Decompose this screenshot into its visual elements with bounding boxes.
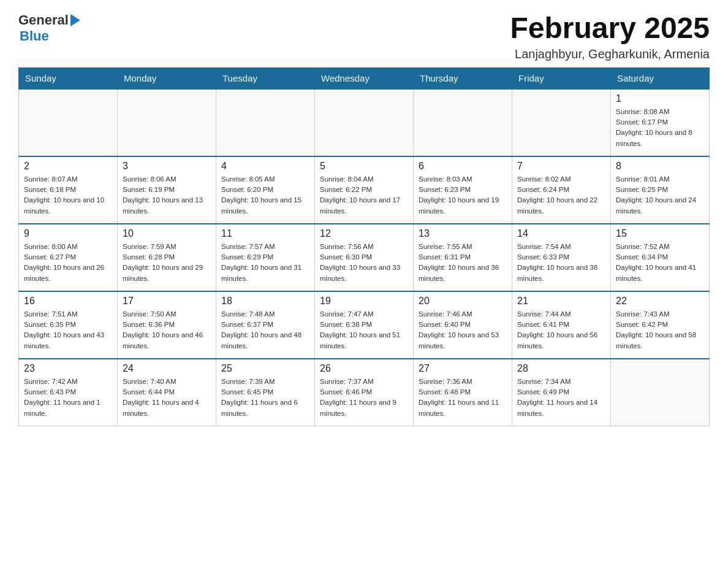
calendar-cell: 27Sunrise: 7:36 AM Sunset: 6:48 PM Dayli… xyxy=(414,359,512,426)
day-number: 8 xyxy=(616,161,704,172)
day-info: Sunrise: 7:46 AM Sunset: 6:40 PM Dayligh… xyxy=(419,309,507,351)
calendar-cell: 11Sunrise: 7:57 AM Sunset: 6:29 PM Dayli… xyxy=(216,224,315,291)
day-info: Sunrise: 7:39 AM Sunset: 6:45 PM Dayligh… xyxy=(221,377,309,419)
calendar-cell: 16Sunrise: 7:51 AM Sunset: 6:35 PM Dayli… xyxy=(19,291,118,359)
calendar-cell: 6Sunrise: 8:03 AM Sunset: 6:23 PM Daylig… xyxy=(414,156,512,224)
day-number: 18 xyxy=(221,296,309,307)
day-info: Sunrise: 7:36 AM Sunset: 6:48 PM Dayligh… xyxy=(419,377,507,419)
calendar-cell: 2Sunrise: 8:07 AM Sunset: 6:18 PM Daylig… xyxy=(19,156,118,224)
calendar-cell: 17Sunrise: 7:50 AM Sunset: 6:36 PM Dayli… xyxy=(118,291,216,359)
day-number: 27 xyxy=(419,363,507,374)
day-info: Sunrise: 8:06 AM Sunset: 6:19 PM Dayligh… xyxy=(123,174,211,216)
day-info: Sunrise: 8:04 AM Sunset: 6:22 PM Dayligh… xyxy=(320,174,408,216)
weekday-header-tuesday: Tuesday xyxy=(216,67,315,89)
calendar-cell: 24Sunrise: 7:40 AM Sunset: 6:44 PM Dayli… xyxy=(118,359,216,426)
day-number: 2 xyxy=(24,161,112,172)
day-number: 14 xyxy=(517,228,605,239)
day-number: 6 xyxy=(419,161,507,172)
day-number: 21 xyxy=(517,296,605,307)
day-info: Sunrise: 7:43 AM Sunset: 6:42 PM Dayligh… xyxy=(616,309,704,351)
calendar-cell: 28Sunrise: 7:34 AM Sunset: 6:49 PM Dayli… xyxy=(512,359,611,426)
calendar-cell: 8Sunrise: 8:01 AM Sunset: 6:25 PM Daylig… xyxy=(611,156,710,224)
week-row-3: 9Sunrise: 8:00 AM Sunset: 6:27 PM Daylig… xyxy=(19,224,710,291)
calendar-cell: 14Sunrise: 7:54 AM Sunset: 6:33 PM Dayli… xyxy=(512,224,611,291)
day-number: 25 xyxy=(221,363,309,374)
calendar-cell: 23Sunrise: 7:42 AM Sunset: 6:43 PM Dayli… xyxy=(19,359,118,426)
day-info: Sunrise: 8:05 AM Sunset: 6:20 PM Dayligh… xyxy=(221,174,309,216)
title-block: February 2025 Lanjaghbyur, Gegharkunik, … xyxy=(510,12,710,61)
calendar-cell: 12Sunrise: 7:56 AM Sunset: 6:30 PM Dayli… xyxy=(315,224,414,291)
calendar-cell: 22Sunrise: 7:43 AM Sunset: 6:42 PM Dayli… xyxy=(611,291,710,359)
weekday-header-row: SundayMondayTuesdayWednesdayThursdayFrid… xyxy=(19,67,710,89)
logo-blue-text: Blue xyxy=(20,28,80,44)
calendar-cell: 15Sunrise: 7:52 AM Sunset: 6:34 PM Dayli… xyxy=(611,224,710,291)
calendar-cell: 25Sunrise: 7:39 AM Sunset: 6:45 PM Dayli… xyxy=(216,359,315,426)
calendar-cell: 26Sunrise: 7:37 AM Sunset: 6:46 PM Dayli… xyxy=(315,359,414,426)
day-info: Sunrise: 7:59 AM Sunset: 6:28 PM Dayligh… xyxy=(123,242,211,284)
week-row-5: 23Sunrise: 7:42 AM Sunset: 6:43 PM Dayli… xyxy=(19,359,710,426)
calendar-cell: 10Sunrise: 7:59 AM Sunset: 6:28 PM Dayli… xyxy=(118,224,216,291)
day-number: 13 xyxy=(419,228,507,239)
calendar-cell xyxy=(611,359,710,426)
calendar-cell: 21Sunrise: 7:44 AM Sunset: 6:41 PM Dayli… xyxy=(512,291,611,359)
day-info: Sunrise: 8:01 AM Sunset: 6:25 PM Dayligh… xyxy=(616,174,704,216)
logo-general-text: General xyxy=(18,12,69,28)
day-number: 12 xyxy=(320,228,408,239)
calendar-cell: 1Sunrise: 8:08 AM Sunset: 6:17 PM Daylig… xyxy=(611,89,710,156)
week-row-4: 16Sunrise: 7:51 AM Sunset: 6:35 PM Dayli… xyxy=(19,291,710,359)
calendar-cell xyxy=(512,89,611,156)
day-number: 1 xyxy=(616,93,704,104)
day-info: Sunrise: 7:47 AM Sunset: 6:38 PM Dayligh… xyxy=(320,309,408,351)
day-info: Sunrise: 8:00 AM Sunset: 6:27 PM Dayligh… xyxy=(24,242,112,284)
page-header: General Blue February 2025 Lanjaghbyur, … xyxy=(18,12,710,61)
day-number: 11 xyxy=(221,228,309,239)
calendar-cell: 7Sunrise: 8:02 AM Sunset: 6:24 PM Daylig… xyxy=(512,156,611,224)
calendar-table: SundayMondayTuesdayWednesdayThursdayFrid… xyxy=(18,67,710,427)
weekday-header-saturday: Saturday xyxy=(611,67,710,89)
day-info: Sunrise: 7:34 AM Sunset: 6:49 PM Dayligh… xyxy=(517,377,605,419)
day-info: Sunrise: 7:55 AM Sunset: 6:31 PM Dayligh… xyxy=(419,242,507,284)
weekday-header-friday: Friday xyxy=(512,67,611,89)
day-number: 17 xyxy=(123,296,211,307)
day-info: Sunrise: 7:44 AM Sunset: 6:41 PM Dayligh… xyxy=(517,309,605,351)
day-info: Sunrise: 7:48 AM Sunset: 6:37 PM Dayligh… xyxy=(221,309,309,351)
day-number: 26 xyxy=(320,363,408,374)
day-info: Sunrise: 7:42 AM Sunset: 6:43 PM Dayligh… xyxy=(24,377,112,419)
day-number: 28 xyxy=(517,363,605,374)
calendar-cell: 3Sunrise: 8:06 AM Sunset: 6:19 PM Daylig… xyxy=(118,156,216,224)
day-number: 4 xyxy=(221,161,309,172)
day-info: Sunrise: 7:37 AM Sunset: 6:46 PM Dayligh… xyxy=(320,377,408,419)
location-text: Lanjaghbyur, Gegharkunik, Armenia xyxy=(510,47,710,61)
day-info: Sunrise: 7:56 AM Sunset: 6:30 PM Dayligh… xyxy=(320,242,408,284)
day-info: Sunrise: 7:57 AM Sunset: 6:29 PM Dayligh… xyxy=(221,242,309,284)
day-info: Sunrise: 7:52 AM Sunset: 6:34 PM Dayligh… xyxy=(616,242,704,284)
day-info: Sunrise: 8:03 AM Sunset: 6:23 PM Dayligh… xyxy=(419,174,507,216)
calendar-cell xyxy=(216,89,315,156)
day-info: Sunrise: 8:07 AM Sunset: 6:18 PM Dayligh… xyxy=(24,174,112,216)
calendar-cell xyxy=(19,89,118,156)
week-row-2: 2Sunrise: 8:07 AM Sunset: 6:18 PM Daylig… xyxy=(19,156,710,224)
day-info: Sunrise: 8:08 AM Sunset: 6:17 PM Dayligh… xyxy=(616,107,704,149)
day-number: 23 xyxy=(24,363,112,374)
calendar-cell: 9Sunrise: 8:00 AM Sunset: 6:27 PM Daylig… xyxy=(19,224,118,291)
calendar-cell: 13Sunrise: 7:55 AM Sunset: 6:31 PM Dayli… xyxy=(414,224,512,291)
calendar-cell: 5Sunrise: 8:04 AM Sunset: 6:22 PM Daylig… xyxy=(315,156,414,224)
day-number: 10 xyxy=(123,228,211,239)
day-number: 24 xyxy=(123,363,211,374)
day-number: 7 xyxy=(517,161,605,172)
calendar-cell xyxy=(414,89,512,156)
day-info: Sunrise: 7:54 AM Sunset: 6:33 PM Dayligh… xyxy=(517,242,605,284)
day-info: Sunrise: 8:02 AM Sunset: 6:24 PM Dayligh… xyxy=(517,174,605,216)
calendar-cell: 18Sunrise: 7:48 AM Sunset: 6:37 PM Dayli… xyxy=(216,291,315,359)
calendar-cell: 19Sunrise: 7:47 AM Sunset: 6:38 PM Dayli… xyxy=(315,291,414,359)
week-row-1: 1Sunrise: 8:08 AM Sunset: 6:17 PM Daylig… xyxy=(19,89,710,156)
day-info: Sunrise: 7:50 AM Sunset: 6:36 PM Dayligh… xyxy=(123,309,211,351)
day-info: Sunrise: 7:51 AM Sunset: 6:35 PM Dayligh… xyxy=(24,309,112,351)
day-number: 3 xyxy=(123,161,211,172)
calendar-cell: 20Sunrise: 7:46 AM Sunset: 6:40 PM Dayli… xyxy=(414,291,512,359)
calendar-cell xyxy=(315,89,414,156)
weekday-header-monday: Monday xyxy=(118,67,216,89)
month-title: February 2025 xyxy=(510,12,710,45)
day-number: 19 xyxy=(320,296,408,307)
calendar-cell: 4Sunrise: 8:05 AM Sunset: 6:20 PM Daylig… xyxy=(216,156,315,224)
